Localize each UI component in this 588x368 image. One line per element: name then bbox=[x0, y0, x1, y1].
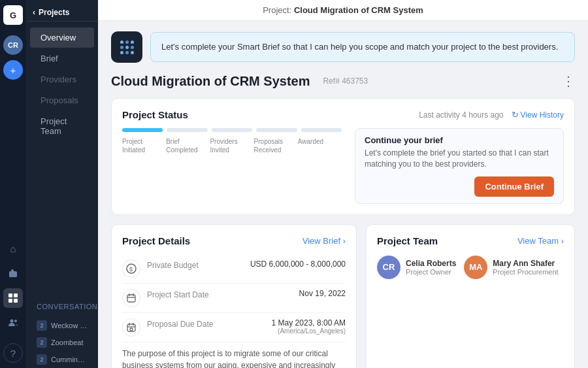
conv-icon-2: 2 bbox=[37, 354, 47, 365]
avatar-celia: CR bbox=[377, 256, 400, 279]
seg-4 bbox=[301, 128, 342, 132]
section-title-row: Cloud Migration of CRM System Ref# 46375… bbox=[111, 73, 575, 89]
view-history-link[interactable]: ↻ View History bbox=[512, 110, 564, 120]
conv-icon-0: 2 bbox=[37, 320, 47, 331]
conversations-section: Conversations + bbox=[26, 296, 98, 317]
sidebar-item-brief[interactable]: Brief bbox=[30, 48, 94, 69]
sidebar-project-label: Projects bbox=[39, 8, 69, 17]
svg-rect-1 bbox=[8, 293, 12, 297]
continue-brief-section: Continue your brief Let's complete the b… bbox=[355, 128, 564, 204]
view-team-link[interactable]: View Team › bbox=[517, 236, 564, 246]
sidebar-item-project-team[interactable]: Project Team bbox=[30, 111, 94, 141]
prog-label-4: Awarded bbox=[298, 137, 342, 154]
svg-text:$: $ bbox=[129, 266, 133, 273]
history-icon: ↻ bbox=[512, 110, 519, 120]
page-header: Let's complete your Smart Brief so that … bbox=[111, 31, 575, 63]
team-title: Project Team bbox=[377, 235, 438, 246]
conv-label-1: Zoombeat bbox=[51, 339, 84, 346]
team-member-0: CR Celia Roberts Project Owner bbox=[377, 256, 456, 279]
progress-labels: ProjectInitiated BriefCompleted Provider… bbox=[122, 137, 342, 154]
project-icon[interactable] bbox=[3, 288, 23, 308]
ref-badge: Ref# 463753 bbox=[318, 75, 373, 87]
conv-item-0[interactable]: 2 Weckow and Ze... bbox=[26, 317, 98, 334]
content-area: Let's complete your Smart Brief so that … bbox=[98, 21, 588, 368]
svg-rect-2 bbox=[14, 293, 18, 297]
detail-row-budget: $ Private Budget USD 6,000,000 - 8,000,0… bbox=[122, 254, 346, 284]
sidebar-item-providers[interactable]: Providers bbox=[30, 69, 94, 90]
due-label: Proposal Due Date bbox=[147, 318, 265, 329]
conv-item-1[interactable]: 2 Zoombeat bbox=[26, 334, 98, 351]
member-info-celia: Celia Roberts Project Owner bbox=[406, 259, 456, 276]
budget-icon: $ bbox=[122, 259, 140, 278]
due-value: 1 May 2023, 8:00 AM (America/Los_Angeles… bbox=[272, 318, 346, 335]
member-info-mary: Mary Ann Shafer Project Procurement bbox=[493, 259, 558, 276]
prog-label-1: BriefCompleted bbox=[166, 137, 210, 154]
people-icon[interactable] bbox=[3, 313, 23, 333]
back-arrow-icon: ‹ bbox=[33, 8, 35, 17]
home-icon[interactable]: ⌂ bbox=[3, 239, 23, 258]
detail-row-start: Project Start Date Nov 19, 2022 bbox=[122, 284, 346, 313]
user-avatar-icon[interactable]: CR bbox=[3, 35, 23, 55]
last-activity: Last activity 4 hours ago bbox=[419, 110, 503, 120]
banner-text: Let's complete your Smart Brief so that … bbox=[161, 42, 558, 52]
main-content: Project: Cloud Migration of CRM System L… bbox=[98, 0, 588, 368]
team-header: Project Team View Team › bbox=[377, 235, 564, 246]
sidebar-nav: Overview Brief Providers Proposals Proje… bbox=[26, 22, 98, 291]
continue-brief-button[interactable]: Continue Brief bbox=[474, 176, 554, 197]
svg-point-17 bbox=[130, 328, 133, 331]
start-label: Project Start Date bbox=[147, 289, 293, 299]
detail-header: Project Details View Brief › bbox=[122, 235, 346, 246]
project-team-card: Project Team View Team › CR Celia Robert… bbox=[366, 224, 575, 368]
add-button-icon[interactable]: + bbox=[3, 60, 23, 80]
seg-3 bbox=[256, 128, 297, 132]
budget-value: USD 6,000,000 - 8,000,000 bbox=[250, 259, 346, 269]
briefcase-icon[interactable] bbox=[3, 263, 23, 283]
member-role-0: Project Owner bbox=[406, 268, 456, 276]
sidebar-item-overview[interactable]: Overview bbox=[30, 27, 94, 48]
svg-rect-9 bbox=[127, 295, 135, 302]
avatar-mary: MA bbox=[464, 256, 487, 279]
more-options-button[interactable]: ⋮ bbox=[562, 73, 575, 89]
conv-item-2[interactable]: 2 Cummings, Schu... bbox=[26, 351, 98, 368]
continue-text: Let's complete the brief you started so … bbox=[365, 148, 554, 170]
sidebar-project-back[interactable]: ‹ Projects bbox=[26, 0, 98, 22]
svg-rect-3 bbox=[8, 299, 12, 303]
svg-rect-0 bbox=[9, 271, 17, 277]
svg-rect-4 bbox=[14, 299, 18, 303]
seg-2 bbox=[212, 128, 252, 132]
team-members-list: CR Celia Roberts Project Owner MA Mary A… bbox=[377, 256, 564, 279]
status-body: ProjectInitiated BriefCompleted Provider… bbox=[122, 128, 564, 204]
sidebar: ‹ Projects Overview Brief Providers Prop… bbox=[26, 0, 98, 368]
conv-icon-1: 2 bbox=[37, 337, 47, 348]
due-date-icon bbox=[122, 318, 140, 337]
status-title: Project Status bbox=[122, 109, 188, 120]
page-title: Cloud Migration of CRM System bbox=[111, 74, 310, 89]
logo-icon[interactable]: G bbox=[3, 5, 23, 25]
status-progress: ProjectInitiated BriefCompleted Provider… bbox=[122, 128, 342, 204]
project-icon-logo bbox=[111, 31, 142, 63]
member-name-0: Celia Roberts bbox=[406, 259, 456, 268]
member-role-1: Project Procurement bbox=[493, 268, 558, 276]
view-brief-link[interactable]: View Brief › bbox=[302, 236, 346, 246]
status-header: Project Status Last activity 4 hours ago… bbox=[122, 109, 564, 120]
seg-1 bbox=[167, 128, 207, 132]
seg-0 bbox=[122, 128, 163, 132]
team-member-1: MA Mary Ann Shafer Project Procurement bbox=[464, 256, 558, 279]
start-date-icon bbox=[122, 289, 140, 307]
conv-label-0: Weckow and Ze... bbox=[51, 322, 88, 329]
project-description: The purpose of this project is to migrat… bbox=[122, 348, 346, 368]
detail-title: Project Details bbox=[122, 235, 190, 246]
conv-label-2: Cummings, Schu... bbox=[51, 356, 88, 363]
budget-label: Private Budget bbox=[147, 259, 244, 270]
project-details-card: Project Details View Brief › $ Private B… bbox=[111, 224, 357, 368]
question-icon[interactable]: ? bbox=[3, 343, 23, 363]
project-status-card: Project Status Last activity 4 hours ago… bbox=[111, 98, 575, 215]
prog-label-2: ProvidersInvited bbox=[210, 137, 253, 154]
detail-row-due: Proposal Due Date 1 May 2023, 8:00 AM (A… bbox=[122, 313, 346, 343]
sidebar-item-proposals[interactable]: Proposals bbox=[30, 90, 94, 110]
project-banner: Let's complete your Smart Brief so that … bbox=[150, 32, 575, 62]
conversations-label: Conversations bbox=[37, 303, 103, 310]
left-icon-nav: G CR + ⌂ ? bbox=[0, 0, 26, 368]
prog-label-0: ProjectInitiated bbox=[122, 137, 166, 154]
start-value: Nov 19, 2022 bbox=[299, 289, 346, 298]
